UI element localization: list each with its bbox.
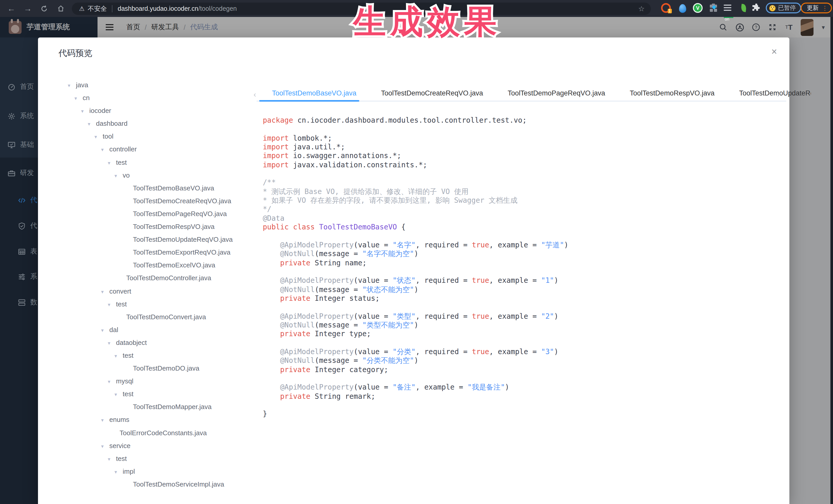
caret-down-icon[interactable]: ▾ — [115, 169, 123, 182]
tree-file[interactable]: ToolTestDemoRespVO.java — [38, 220, 262, 233]
browser-back-icon[interactable]: ← — [4, 0, 19, 17]
tree-node-label: ToolTestDemoCreateReqVO.java — [133, 197, 231, 205]
tree-node-label: enums — [109, 416, 129, 424]
tree-folder[interactable]: ▾enums — [38, 413, 262, 426]
tree-folder[interactable]: ▾dal — [38, 323, 262, 336]
extension-leaf-icon[interactable] — [741, 4, 747, 12]
caret-down-icon[interactable]: ▾ — [108, 375, 116, 388]
caret-down-icon[interactable]: ▾ — [101, 439, 109, 452]
browser-home-icon[interactable] — [53, 0, 68, 17]
modal-title: 代码预览 — [58, 48, 92, 59]
extensions-puzzle-icon[interactable] — [752, 4, 762, 15]
tree-node-label: ToolTestDemoPageReqVO.java — [133, 210, 227, 218]
tree-node-label: test — [123, 390, 134, 398]
extension-ubuntu-icon[interactable]: 1 — [661, 3, 671, 13]
code-viewer[interactable]: package cn.iocoder.dashboard.modules.too… — [263, 116, 568, 418]
close-icon[interactable]: × — [771, 47, 777, 56]
browser-update-button[interactable]: 更新⋮ — [801, 3, 832, 13]
tree-folder[interactable]: ▾dataobject — [38, 336, 262, 349]
tree-node-label: ToolTestDemoController.java — [126, 274, 211, 282]
caret-down-icon[interactable]: ▾ — [108, 337, 116, 350]
caret-down-icon[interactable]: ▾ — [74, 92, 82, 105]
url-host: dashboard.yudao.iocoder.cn — [118, 5, 198, 12]
caret-down-icon[interactable]: ▾ — [101, 143, 109, 156]
caret-down-icon[interactable]: ▾ — [94, 130, 103, 143]
tree-folder[interactable]: ▾dashboard — [38, 117, 262, 130]
tab-0[interactable]: ToolTestDemoBaseVO.java — [272, 87, 356, 100]
tree-folder[interactable]: ▾convert — [38, 285, 262, 297]
tree-node-label: dataobject — [116, 339, 147, 346]
tree-file[interactable]: ToolTestDemoConvert.java — [38, 310, 262, 323]
url-path: /tool/codegen — [198, 5, 237, 12]
tab-4[interactable]: ToolTestDemoUpdateReqVO.java — [739, 87, 811, 100]
tree-file[interactable]: ToolTestDemoPageReqVO.java — [38, 207, 262, 220]
tree-node-label: tool — [103, 133, 114, 140]
paused-label: 已暂停 — [778, 4, 796, 12]
warning-icon: ⚠ — [79, 5, 85, 12]
tree-folder[interactable]: ▾tool — [38, 130, 262, 143]
tree-folder[interactable]: ▾java — [38, 78, 262, 91]
tab-1[interactable]: ToolTestDemoCreateReqVO.java — [381, 87, 483, 100]
tree-node-label: controller — [109, 145, 137, 153]
caret-down-icon[interactable]: ▾ — [115, 388, 123, 401]
tree-node-label: ToolTestDemoExcelVO.java — [133, 262, 215, 269]
tree-folder[interactable]: ▾cn — [38, 91, 262, 104]
security-label[interactable]: 不安全 — [88, 4, 107, 13]
tree-folder[interactable]: ▾test — [38, 388, 262, 401]
tabs-scroll-right-icon[interactable]: › — [777, 90, 780, 99]
tree-folder[interactable]: ▾controller — [38, 143, 262, 156]
tree-node-label: ToolErrorCodeConstants.java — [120, 429, 207, 436]
tree-file[interactable]: ToolTestDemoMapper.java — [38, 401, 262, 413]
caret-down-icon[interactable]: ▾ — [101, 324, 109, 337]
tree-folder[interactable]: ▾service — [38, 439, 262, 452]
caret-down-icon[interactable]: ▾ — [115, 350, 123, 362]
caret-down-icon[interactable]: ▾ — [108, 452, 116, 465]
extension-grid-icon[interactable]: ◆ — [710, 5, 717, 12]
file-tree: ▾java▾cn▾iocoder▾dashboard▾tool▾controll… — [38, 78, 262, 491]
tree-node-label: ToolTestDemoBaseVO.java — [133, 184, 214, 192]
caret-down-icon[interactable]: ▾ — [108, 156, 116, 169]
caret-down-icon[interactable]: ▾ — [68, 79, 76, 92]
caret-down-icon[interactable]: ▾ — [101, 414, 109, 427]
caret-down-icon[interactable]: ▾ — [101, 285, 109, 298]
tree-file[interactable]: ToolErrorCodeConstants.java — [38, 426, 262, 439]
extension-list-icon[interactable]: on — [724, 5, 735, 16]
tree-folder[interactable]: ▾test — [38, 297, 262, 310]
tabs-scroll-left-icon[interactable]: ‹ — [254, 90, 256, 99]
tree-node-label: ToolTestDemoConvert.java — [126, 313, 206, 320]
browser-menu-dots-icon[interactable]: ⋮ — [822, 4, 828, 11]
tree-folder[interactable]: ▾vo — [38, 169, 262, 182]
tree-folder[interactable]: ▾test — [38, 349, 262, 362]
annotation-text: 生成效果 生成效果 — [353, 1, 501, 42]
tab-2[interactable]: ToolTestDemoPageReqVO.java — [507, 87, 605, 100]
tree-file[interactable]: ToolTestDemoUpdateReqVO.java — [38, 233, 262, 246]
tree-file[interactable]: ToolTestDemoBaseVO.java — [38, 182, 262, 194]
caret-down-icon[interactable]: ▾ — [81, 105, 89, 118]
extension-vue-icon[interactable]: V — [693, 3, 703, 13]
extension-paused-pill[interactable]: 已暂停 — [766, 3, 801, 13]
extension-drop-icon[interactable] — [679, 4, 686, 13]
caret-down-icon[interactable]: ▾ — [108, 298, 116, 311]
tree-node-label: ToolTestDemoExportReqVO.java — [133, 248, 231, 256]
browser-reload-icon[interactable] — [37, 0, 51, 17]
tree-folder[interactable]: ▾mysql — [38, 375, 262, 387]
tree-folder[interactable]: ▾test — [38, 452, 262, 465]
update-label: 更新 — [807, 4, 818, 12]
tree-file[interactable]: ToolTestDemoExportReqVO.java — [38, 246, 262, 259]
tree-folder[interactable]: ▾test — [38, 156, 262, 169]
caret-down-icon[interactable]: ▾ — [115, 465, 123, 478]
bookmark-star-icon[interactable]: ☆ — [638, 5, 645, 13]
tree-file[interactable]: ToolTestDemoExcelVO.java — [38, 259, 262, 272]
tree-node-label: cn — [82, 94, 90, 102]
tree-file[interactable]: ToolTestDemoController.java — [38, 272, 262, 285]
tree-node-label: ToolTestDemoUpdateReqVO.java — [133, 236, 233, 243]
tab-3[interactable]: ToolTestDemoRespVO.java — [630, 87, 714, 100]
browser-forward-icon[interactable]: → — [21, 0, 35, 17]
caret-down-icon[interactable]: ▾ — [88, 118, 96, 130]
tree-node-label: ToolTestDemoServiceImpl.java — [133, 480, 224, 488]
tree-folder[interactable]: ▾iocoder — [38, 104, 262, 117]
tree-folder[interactable]: ▾impl — [38, 465, 262, 478]
tree-file[interactable]: ToolTestDemoCreateReqVO.java — [38, 194, 262, 207]
tree-file[interactable]: ToolTestDemoDO.java — [38, 362, 262, 375]
tree-file[interactable]: ToolTestDemoServiceImpl.java — [38, 478, 262, 491]
